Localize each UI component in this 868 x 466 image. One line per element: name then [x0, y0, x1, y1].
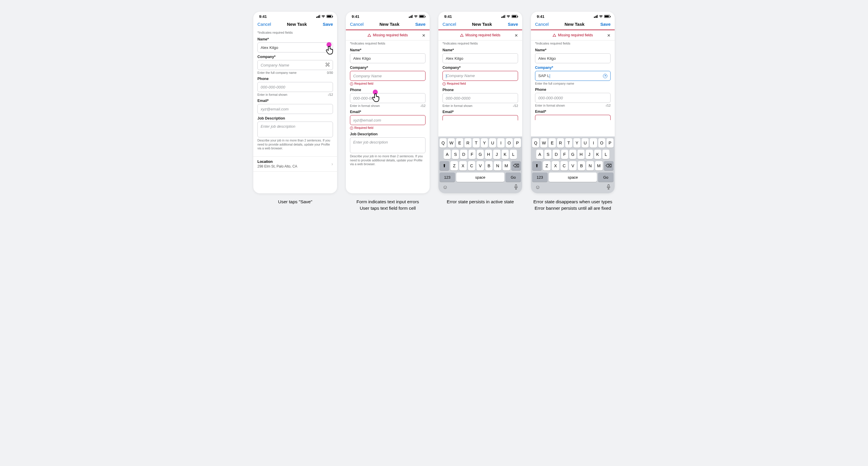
- key-r[interactable]: R: [557, 138, 564, 148]
- close-icon[interactable]: ✕: [515, 33, 518, 38]
- key-v[interactable]: V: [569, 161, 577, 170]
- key-d[interactable]: D: [553, 150, 560, 159]
- keyboard[interactable]: Q W E R T Y U I O P A S D F G H: [531, 136, 615, 193]
- email-input[interactable]: xyz@email.com: [350, 115, 426, 125]
- key-x[interactable]: X: [459, 161, 467, 170]
- phone-input[interactable]: 000-000-0000: [535, 93, 611, 103]
- key-p[interactable]: P: [514, 138, 521, 148]
- key-g[interactable]: G: [569, 150, 576, 159]
- key-t[interactable]: T: [473, 138, 480, 148]
- mic-icon[interactable]: [514, 184, 518, 191]
- numbers-key[interactable]: 123: [440, 173, 455, 182]
- job-textarea[interactable]: Enter job description: [257, 122, 333, 137]
- key-f[interactable]: F: [561, 150, 568, 159]
- backspace-key[interactable]: ⌫: [511, 161, 521, 170]
- name-input[interactable]: Alex Kilgo: [257, 42, 333, 53]
- key-u[interactable]: U: [582, 138, 589, 148]
- key-z[interactable]: Z: [543, 161, 551, 170]
- key-l[interactable]: L: [510, 150, 517, 159]
- name-input[interactable]: Alex Kilgo: [535, 53, 611, 63]
- key-b[interactable]: B: [485, 161, 493, 170]
- key-h[interactable]: H: [485, 150, 492, 159]
- emoji-icon[interactable]: ☺: [535, 184, 540, 191]
- key-g[interactable]: G: [477, 150, 484, 159]
- key-q[interactable]: Q: [440, 138, 446, 148]
- key-k[interactable]: K: [502, 150, 509, 159]
- form-scroll[interactable]: *Indicates required fields Name* Alex Ki…: [346, 40, 430, 171]
- key-s[interactable]: S: [545, 150, 552, 159]
- key-a[interactable]: A: [444, 150, 451, 159]
- key-e[interactable]: E: [549, 138, 556, 148]
- form-scroll[interactable]: *Indicates required fields Name* Alex Ki…: [531, 40, 615, 125]
- key-t[interactable]: T: [565, 138, 572, 148]
- cancel-button[interactable]: Cancel: [535, 22, 549, 27]
- key-f[interactable]: F: [469, 150, 475, 159]
- email-input[interactable]: [535, 115, 611, 120]
- save-button[interactable]: Save: [600, 22, 611, 27]
- key-j[interactable]: J: [586, 150, 593, 159]
- key-y[interactable]: Y: [574, 138, 581, 148]
- company-input[interactable]: SAP L ✕: [535, 71, 611, 81]
- keyboard[interactable]: Q W E R T Y U I O P A S D F G H: [438, 136, 522, 193]
- shift-key[interactable]: ⬆: [532, 161, 542, 170]
- name-input[interactable]: Alex Kilgo: [442, 53, 518, 63]
- key-s[interactable]: S: [452, 150, 459, 159]
- key-y[interactable]: Y: [481, 138, 488, 148]
- key-e[interactable]: E: [456, 138, 463, 148]
- key-w[interactable]: W: [448, 138, 455, 148]
- key-i[interactable]: I: [590, 138, 597, 148]
- job-textarea[interactable]: Enter job description: [350, 137, 426, 153]
- key-z[interactable]: Z: [451, 161, 458, 170]
- phone-input[interactable]: 000-000-0000: [442, 93, 518, 103]
- scan-icon[interactable]: [326, 62, 330, 68]
- email-input[interactable]: xyz@email.com: [257, 104, 333, 114]
- cancel-button[interactable]: Cancel: [257, 22, 271, 27]
- key-a[interactable]: A: [536, 150, 543, 159]
- key-l[interactable]: L: [602, 150, 610, 159]
- key-c[interactable]: C: [468, 161, 475, 170]
- key-c[interactable]: C: [560, 161, 568, 170]
- numbers-key[interactable]: 123: [532, 173, 548, 182]
- cancel-button[interactable]: Cancel: [350, 22, 364, 27]
- key-r[interactable]: R: [464, 138, 471, 148]
- close-icon[interactable]: ✕: [422, 33, 426, 38]
- key-p[interactable]: P: [607, 138, 614, 148]
- company-input[interactable]: Company Name: [257, 60, 333, 70]
- key-d[interactable]: D: [460, 150, 467, 159]
- key-o[interactable]: O: [506, 138, 513, 148]
- mic-icon[interactable]: [607, 184, 611, 191]
- space-key[interactable]: space: [456, 173, 504, 182]
- key-k[interactable]: K: [594, 150, 601, 159]
- save-button[interactable]: Save: [323, 22, 333, 27]
- key-j[interactable]: J: [493, 150, 500, 159]
- company-input[interactable]: Company Name: [350, 71, 426, 81]
- save-button[interactable]: Save: [415, 22, 426, 27]
- key-o[interactable]: O: [598, 138, 605, 148]
- key-h[interactable]: H: [578, 150, 585, 159]
- key-i[interactable]: I: [497, 138, 504, 148]
- backspace-key[interactable]: ⌫: [604, 161, 614, 170]
- space-key[interactable]: space: [549, 173, 597, 182]
- key-q[interactable]: Q: [532, 138, 539, 148]
- key-v[interactable]: V: [476, 161, 484, 170]
- emoji-icon[interactable]: ☺: [442, 184, 448, 191]
- form-scroll[interactable]: *Indicates required fields Name* Alex Ki…: [253, 30, 337, 175]
- cancel-button[interactable]: Cancel: [442, 22, 456, 27]
- key-u[interactable]: U: [489, 138, 496, 148]
- company-input[interactable]: Company Name: [442, 71, 518, 81]
- go-key[interactable]: Go: [505, 173, 521, 182]
- key-w[interactable]: W: [540, 138, 547, 148]
- key-b[interactable]: B: [578, 161, 585, 170]
- save-button[interactable]: Save: [508, 22, 518, 27]
- go-key[interactable]: Go: [598, 173, 614, 182]
- key-n[interactable]: N: [494, 161, 501, 170]
- shift-key[interactable]: ⬆: [440, 161, 449, 170]
- key-m[interactable]: M: [502, 161, 510, 170]
- key-m[interactable]: M: [595, 161, 603, 170]
- key-x[interactable]: X: [552, 161, 559, 170]
- close-icon[interactable]: ✕: [607, 33, 611, 38]
- key-n[interactable]: N: [586, 161, 594, 170]
- location-cell[interactable]: Location 298 Elm St, Palo Alto, CA ›: [253, 156, 337, 172]
- phone-input[interactable]: 000-000-0000: [350, 93, 426, 103]
- form-scroll[interactable]: *Indicates required fields Name* Alex Ki…: [438, 40, 522, 125]
